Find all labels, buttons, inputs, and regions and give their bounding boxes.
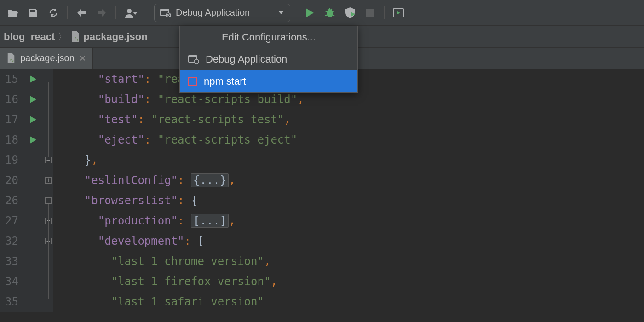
code-line[interactable]: "last 1 firefox version", [58, 271, 644, 292]
user-menu-icon[interactable] [121, 4, 144, 22]
line-number: 33 [0, 251, 18, 271]
chevron-down-icon [278, 11, 284, 15]
line-number: 27 [0, 211, 18, 231]
line-number: 19 [0, 150, 18, 170]
main-toolbar: Debug Application [0, 0, 644, 26]
code-line[interactable]: "last 1 chrome version", [58, 251, 644, 271]
line-number: 26 [0, 190, 18, 211]
toolbar-separator [115, 6, 116, 19]
fold-collapse-icon[interactable]: – [45, 157, 52, 163]
nav-back-icon[interactable] [72, 4, 91, 22]
debug-icon[interactable] [321, 4, 339, 22]
dropdown-item-label: Edit Configurations... [222, 31, 316, 43]
fold-collapse-icon[interactable]: – [45, 197, 52, 204]
line-number: 15 [0, 69, 18, 89]
breadcrumb-separator: 〉 [57, 30, 69, 44]
code-line[interactable]: "last 1 safari version" [58, 292, 644, 312]
run-icon[interactable] [300, 4, 319, 22]
toolbar-separator [384, 6, 385, 19]
run-coverage-icon[interactable] [341, 4, 359, 22]
run-configuration-label: Debug Application [176, 7, 250, 18]
open-file-icon[interactable] [4, 4, 22, 22]
dropdown-debug-application[interactable]: Debug Application [180, 48, 357, 70]
breadcrumb-file[interactable]: package.json [70, 31, 147, 43]
svg-rect-5 [366, 9, 374, 17]
dropdown-edit-configurations[interactable]: Edit Configurations... [180, 26, 357, 48]
run-anything-icon[interactable] [389, 4, 408, 22]
run-gutter [22, 69, 44, 312]
run-config-dropdown: Edit Configurations... Debug Application… [179, 26, 358, 93]
npm-icon [188, 77, 197, 86]
line-number: 18 [0, 130, 18, 150]
dropdown-npm-start[interactable]: npm start [180, 70, 357, 92]
line-number-gutter: 151617181920262732333435 [0, 69, 22, 312]
code-line[interactable]: "production": [...], [58, 211, 644, 231]
json-file-icon [6, 53, 16, 64]
dropdown-item-label: npm start [204, 75, 246, 87]
code-line[interactable]: "eject": "react-scripts eject" [58, 130, 644, 150]
run-configuration-selector[interactable]: Debug Application [154, 4, 290, 22]
breadcrumb-project[interactable]: blog_react [4, 31, 55, 43]
line-number: 35 [0, 292, 18, 312]
breadcrumb-file-label: package.json [83, 31, 147, 43]
line-number: 32 [0, 231, 18, 251]
breadcrumb-project-label: blog_react [4, 31, 55, 43]
code-line[interactable]: }, [58, 150, 644, 170]
svg-point-4 [327, 9, 333, 17]
gutter-run-icon[interactable] [29, 109, 37, 130]
tab-label: package.json [20, 53, 75, 63]
code-line[interactable]: "test": "react-scripts test", [58, 109, 644, 130]
code-editor[interactable]: 151617181920262732333435 –+–+– "start": … [0, 69, 644, 312]
debug-config-icon [160, 8, 171, 17]
code-line[interactable]: "browserslist": { [58, 190, 644, 211]
line-number: 16 [0, 89, 18, 109]
toolbar-separator [149, 6, 150, 19]
gutter-run-icon[interactable] [29, 130, 37, 150]
fold-gutter: –+–+– [44, 69, 53, 312]
tab-package-json[interactable]: package.json ✕ [0, 48, 93, 69]
svg-rect-8 [189, 56, 197, 58]
svg-point-9 [194, 59, 199, 64]
save-all-icon[interactable] [24, 4, 42, 22]
line-number: 20 [0, 170, 18, 190]
close-icon[interactable]: ✕ [79, 53, 86, 63]
nav-forward-icon [92, 4, 111, 22]
dropdown-item-label: Debug Application [206, 53, 287, 65]
json-file-icon [70, 31, 80, 43]
line-number: 17 [0, 109, 18, 130]
svg-point-0 [127, 9, 132, 13]
code-line[interactable]: "eslintConfig": {...}, [58, 170, 644, 190]
refresh-icon[interactable] [44, 4, 63, 22]
code-line[interactable]: "development": [ [58, 231, 644, 251]
gutter-run-icon[interactable] [29, 69, 37, 89]
fold-expand-icon[interactable]: + [45, 177, 52, 184]
gutter-run-icon[interactable] [29, 89, 37, 109]
debug-config-icon [188, 55, 199, 64]
toolbar-separator [67, 6, 68, 19]
svg-rect-2 [161, 9, 169, 11]
line-number: 34 [0, 271, 18, 292]
stop-icon [361, 4, 380, 22]
code-area[interactable]: "start": "rea "build": "react-scripts bu… [53, 69, 644, 312]
